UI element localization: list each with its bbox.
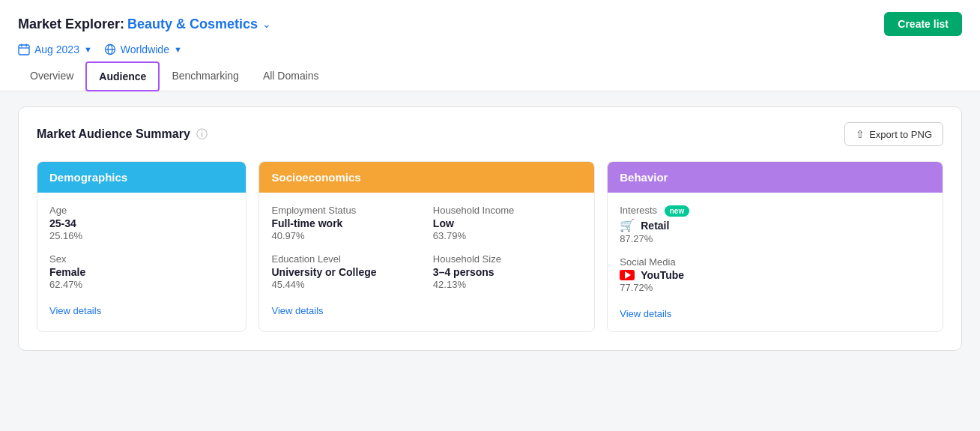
employment-stat-group: Employment Status Full-time work 40.97% xyxy=(271,205,420,241)
demographics-card: Demographics Age 25-34 25.16% Sex Female… xyxy=(37,161,246,332)
social-stat-group: Social Media YouTube 77.72% xyxy=(620,256,931,293)
date-filter-label: Aug 2023 xyxy=(34,43,79,55)
behavior-body: Interests new 🛒 Retail 87.27% Social Med… xyxy=(608,193,943,331)
interest-percent: 87.27% xyxy=(620,233,931,244)
card-header: Market Audience Summary ⓘ ⇧ Export to PN… xyxy=(37,122,943,146)
globe-icon xyxy=(104,43,116,55)
income-value: Low xyxy=(433,217,582,229)
date-chevron-icon: ▼ xyxy=(84,45,92,54)
main-content: Market Audience Summary ⓘ ⇧ Export to PN… xyxy=(0,91,980,366)
income-percent: 63.79% xyxy=(433,230,582,241)
export-button[interactable]: ⇧ Export to PNG xyxy=(844,122,943,146)
household-stat-group: Household Size 3–4 persons 42.13% xyxy=(433,253,582,290)
title-category: Beauty & Cosmetics xyxy=(127,16,258,32)
demographics-body: Age 25-34 25.16% Sex Female 62.47% View … xyxy=(37,193,246,328)
nav-tabs: Overview Audience Benchmarking All Domai… xyxy=(18,61,962,91)
behavior-header: Behavior xyxy=(608,162,943,193)
tab-overview[interactable]: Overview xyxy=(18,62,85,91)
socioeconomics-card: Socioeconomics Employment Status Full-ti… xyxy=(258,161,595,332)
title-area: Market Explorer: Beauty & Cosmetics ⌄ xyxy=(18,16,271,32)
household-value: 3–4 persons xyxy=(433,266,582,278)
sex-value: Female xyxy=(49,266,234,278)
card-title-area: Market Audience Summary ⓘ xyxy=(37,127,208,142)
interest-value: Retail xyxy=(641,220,669,232)
age-stat-group: Age 25-34 25.16% xyxy=(49,205,234,241)
age-value: 25-34 xyxy=(49,217,234,229)
socioeconomics-body: Employment Status Full-time work 40.97% … xyxy=(259,193,594,328)
categories-grid: Demographics Age 25-34 25.16% Sex Female… xyxy=(37,161,943,332)
household-label: Household Size xyxy=(433,253,582,265)
sex-stat-group: Sex Female 62.47% xyxy=(49,253,234,290)
page-wrapper: Market Explorer: Beauty & Cosmetics ⌄ Cr… xyxy=(0,0,980,431)
geo-filter-button[interactable]: Worldwide ▼ xyxy=(104,43,182,55)
title-static: Market Explorer: xyxy=(18,16,124,32)
age-label: Age xyxy=(49,205,234,216)
info-icon[interactable]: ⓘ xyxy=(196,127,208,142)
socioeconomics-header: Socioeconomics xyxy=(259,162,594,193)
demographics-header: Demographics xyxy=(37,162,246,193)
date-filter-button[interactable]: Aug 2023 ▼ xyxy=(18,43,92,55)
demographics-view-details[interactable]: View details xyxy=(49,305,101,316)
sex-percent: 62.47% xyxy=(49,279,234,290)
employment-label: Employment Status xyxy=(271,205,420,216)
youtube-play-triangle xyxy=(625,271,631,279)
sex-label: Sex xyxy=(49,253,234,265)
income-label: Household Income xyxy=(433,205,582,216)
youtube-icon xyxy=(620,270,635,280)
socioeconomics-two-col: Employment Status Full-time work 40.97% … xyxy=(271,205,582,302)
employment-value: Full-time work xyxy=(271,217,420,229)
card-title: Market Audience Summary xyxy=(37,127,190,141)
calendar-icon xyxy=(18,43,30,55)
socioeconomics-view-details[interactable]: View details xyxy=(271,305,323,316)
audience-summary-card: Market Audience Summary ⓘ ⇧ Export to PN… xyxy=(18,106,962,351)
interests-label: Interests new xyxy=(620,205,931,217)
export-label: Export to PNG xyxy=(869,129,932,140)
tab-audience[interactable]: Audience xyxy=(85,61,160,91)
tab-all-domains[interactable]: All Domains xyxy=(251,62,331,91)
social-label: Social Media xyxy=(620,256,931,268)
title-chevron-icon[interactable]: ⌄ xyxy=(262,18,271,30)
svg-rect-0 xyxy=(19,45,29,55)
geo-filter-label: Worldwide xyxy=(121,43,169,55)
education-percent: 45.44% xyxy=(271,279,420,290)
interest-item: 🛒 Retail xyxy=(620,218,931,232)
header: Market Explorer: Beauty & Cosmetics ⌄ Cr… xyxy=(0,0,980,91)
behavior-view-details[interactable]: View details xyxy=(620,308,671,319)
tab-benchmarking[interactable]: Benchmarking xyxy=(160,62,251,91)
employment-percent: 40.97% xyxy=(271,230,420,241)
interests-stat-group: Interests new 🛒 Retail 87.27% xyxy=(620,205,931,244)
export-icon: ⇧ xyxy=(856,128,865,140)
social-item: YouTube xyxy=(620,269,931,281)
education-stat-group: Education Level University or College 45… xyxy=(271,253,420,290)
education-value: University or College xyxy=(271,266,420,278)
new-badge: new xyxy=(665,205,689,217)
social-value: YouTube xyxy=(641,269,684,281)
household-percent: 42.13% xyxy=(433,279,582,290)
create-list-button[interactable]: Create list xyxy=(884,12,962,36)
retail-cart-icon: 🛒 xyxy=(620,218,635,232)
age-percent: 25.16% xyxy=(49,230,234,241)
header-top: Market Explorer: Beauty & Cosmetics ⌄ Cr… xyxy=(18,12,962,36)
education-label: Education Level xyxy=(271,253,420,265)
social-percent: 77.72% xyxy=(620,282,931,293)
header-filters: Aug 2023 ▼ Worldwide ▼ xyxy=(18,43,962,55)
geo-chevron-icon: ▼ xyxy=(174,45,182,54)
income-stat-group: Household Income Low 63.79% xyxy=(433,205,582,241)
behavior-card: Behavior Interests new 🛒 Retail xyxy=(607,161,943,332)
